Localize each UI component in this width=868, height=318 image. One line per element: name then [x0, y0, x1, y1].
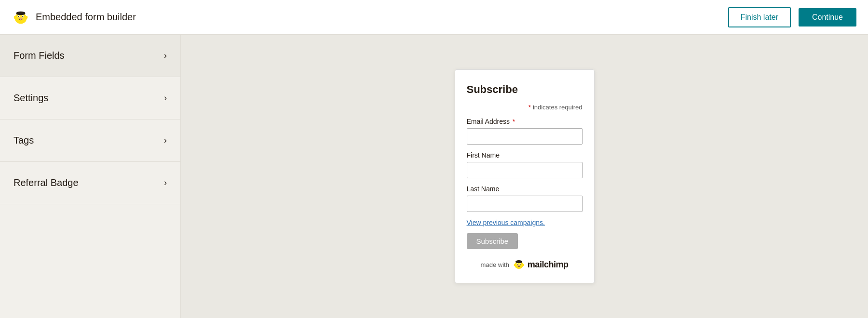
- svg-point-5: [22, 16, 23, 17]
- form-preview-card: Subscribe *indicates required Email Addr…: [455, 69, 595, 283]
- sidebar-item-settings[interactable]: Settings ›: [0, 77, 180, 119]
- subscribe-button[interactable]: Subscribe: [467, 233, 518, 249]
- made-with-label: made with: [481, 261, 509, 268]
- header-right: Finish later Continue: [728, 7, 856, 27]
- mailchimp-small-logo-icon: [512, 258, 526, 271]
- sidebar-item-tags-label: Tags: [14, 135, 34, 146]
- mailchimp-logo-area: mailchimp: [512, 258, 569, 271]
- sidebar-item-form-fields-label: Form Fields: [14, 50, 65, 61]
- svg-rect-20: [516, 261, 522, 263]
- sidebar-item-referral-badge-label: Referral Badge: [14, 177, 79, 188]
- sidebar: Form Fields › Settings › Tags › Referral…: [0, 35, 181, 318]
- continue-button[interactable]: Continue: [799, 8, 856, 26]
- chevron-right-icon: ›: [164, 51, 167, 61]
- sidebar-item-tags[interactable]: Tags ›: [0, 119, 180, 162]
- main-layout: Form Fields › Settings › Tags › Referral…: [0, 35, 868, 318]
- form-preview-title: Subscribe: [467, 83, 583, 96]
- svg-point-17: [514, 264, 515, 266]
- first-name-label: First Name: [467, 151, 583, 159]
- svg-point-8: [25, 15, 28, 19]
- finish-later-button[interactable]: Finish later: [728, 7, 791, 27]
- content-area: Subscribe *indicates required Email Addr…: [181, 35, 868, 318]
- first-name-input[interactable]: [467, 162, 583, 178]
- email-required-star: *: [511, 118, 515, 125]
- mailchimp-brand-text: mailchimp: [528, 260, 569, 270]
- svg-point-15: [520, 264, 521, 265]
- svg-point-4: [18, 16, 19, 17]
- app-header: Embedded form builder Finish later Conti…: [0, 0, 868, 35]
- header-left: Embedded form builder: [12, 8, 136, 26]
- required-star: *: [529, 104, 531, 111]
- made-with-mailchimp: made with: [467, 258, 583, 271]
- chevron-right-icon: ›: [164, 93, 167, 103]
- sidebar-item-referral-badge[interactable]: Referral Badge ›: [0, 162, 180, 204]
- mailchimp-logo-icon: [12, 8, 30, 26]
- sidebar-item-form-fields[interactable]: Form Fields ›: [0, 35, 180, 77]
- required-note: *indicates required: [467, 104, 583, 111]
- chevron-right-icon: ›: [164, 178, 167, 188]
- svg-rect-10: [16, 12, 25, 14]
- last-name-input[interactable]: [467, 196, 583, 212]
- chevron-right-icon: ›: [164, 135, 167, 146]
- sidebar-item-settings-label: Settings: [14, 93, 48, 104]
- last-name-label: Last Name: [467, 185, 583, 193]
- svg-point-18: [522, 264, 524, 266]
- view-previous-campaigns-link[interactable]: View previous campaigns.: [467, 219, 583, 226]
- svg-point-7: [14, 15, 17, 19]
- app-title: Embedded form builder: [36, 12, 136, 23]
- svg-point-14: [517, 264, 518, 265]
- email-address-label: Email Address *: [467, 118, 583, 125]
- email-address-input[interactable]: [467, 128, 583, 145]
